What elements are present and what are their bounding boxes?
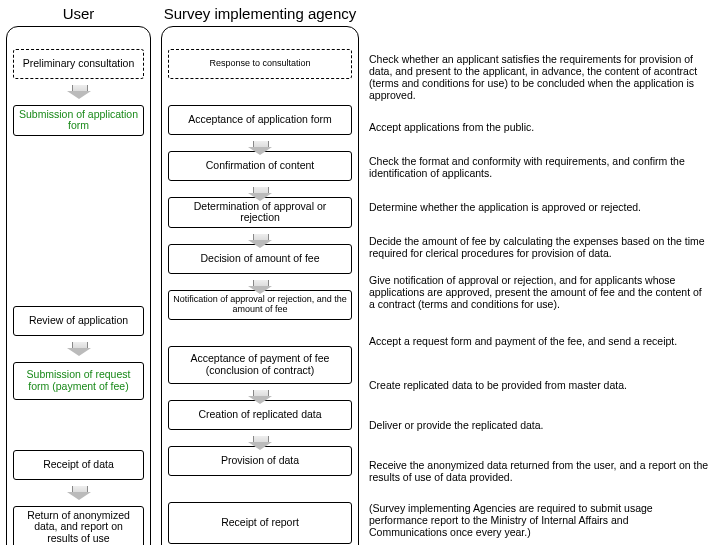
desc-accept-applications: Accept applications from the public. [369, 112, 709, 142]
step-determination: Determination of approval or rejection [168, 197, 352, 228]
desc-accept-request: Accept a request form and payment of the… [369, 322, 709, 360]
swimlane-diagram: User Survey implementing agency Prelimin… [6, 6, 709, 545]
desc-header [369, 6, 709, 26]
step-submission-application: Submission of application form [13, 105, 144, 136]
down-arrow-icon [67, 85, 91, 99]
user-lane: Preliminary consultation Submission of a… [6, 26, 151, 545]
step-receipt-report: Receipt of report [168, 502, 352, 544]
down-arrow-icon [248, 234, 272, 248]
step-notification: Notification of approval or rejection, a… [168, 290, 352, 320]
step-return-report: Return of anonymized data, and report on… [13, 506, 144, 545]
step-submission-request: Submission of request form (payment of f… [13, 362, 144, 400]
step-provision-data: Provision of data [168, 446, 352, 476]
desc-consultation: Check whether an applicant satisfies the… [369, 52, 709, 102]
step-confirmation-content: Confirmation of content [168, 151, 352, 181]
down-arrow-icon [67, 486, 91, 500]
step-review-application: Review of application [13, 306, 144, 336]
down-arrow-icon [248, 187, 272, 201]
desc-result-ministry: (Survey implementing Agencies are requir… [369, 502, 709, 538]
down-arrow-icon [248, 141, 272, 155]
down-arrow-icon [248, 280, 272, 294]
lane-header-agency: Survey implementing agency [161, 6, 359, 22]
desc-create-replicated: Create replicated data to be provided fr… [369, 370, 709, 400]
desc-receive-returned: Receive the anonymized data returned fro… [369, 450, 709, 492]
step-creation-replicated: Creation of replicated data [168, 400, 352, 430]
lane-header-user: User [6, 6, 151, 22]
down-arrow-icon [248, 436, 272, 450]
down-arrow-icon [248, 390, 272, 404]
step-decision-fee: Decision of amount of fee [168, 244, 352, 274]
step-receipt-data: Receipt of data [13, 450, 144, 480]
step-response-consultation: Response to consultation [168, 49, 352, 79]
agency-lane: Response to consultation Acceptance of a… [161, 26, 359, 545]
descriptions-column: Check whether an applicant satisfies the… [369, 26, 709, 545]
step-acceptance-payment: Acceptance of payment of fee (conclusion… [168, 346, 352, 384]
desc-check-format: Check the format and conformity with req… [369, 152, 709, 182]
desc-deliver: Deliver or provide the replicated data. [369, 410, 709, 440]
desc-decide-fee: Decide the amount of fee by calculating … [369, 232, 709, 262]
desc-notify: Give notification of approval or rejecti… [369, 272, 709, 312]
step-preliminary-consultation: Preliminary consultation [13, 49, 144, 79]
desc-determine: Determine whether the application is app… [369, 192, 709, 222]
step-acceptance-application: Acceptance of application form [168, 105, 352, 135]
down-arrow-icon [67, 342, 91, 356]
